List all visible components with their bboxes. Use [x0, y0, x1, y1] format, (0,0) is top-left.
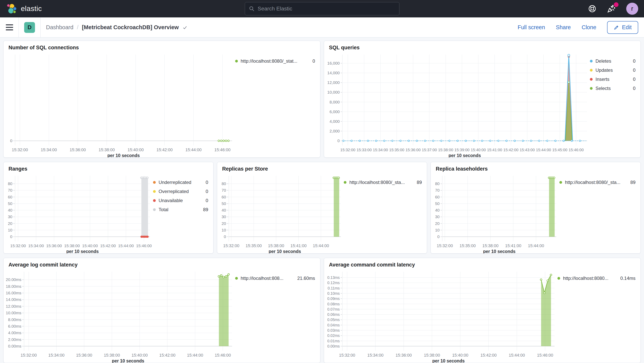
legend-item[interactable]: http://localhost:8080/_stat...0: [235, 58, 315, 64]
elastic-logo: [6, 3, 18, 15]
breadcrumb-dashboard[interactable]: Dashboard: [46, 24, 74, 31]
legend-item[interactable]: Inserts0: [590, 77, 636, 82]
svg-text:20: 20: [222, 221, 226, 226]
legend-value: 21.60ms: [297, 276, 315, 281]
svg-text:15:35:00: 15:35:00: [246, 243, 262, 248]
svg-text:15:38:00: 15:38:00: [424, 353, 440, 357]
panel-ranges: Ranges 0102030405060708015:32:0015:34:00…: [3, 162, 214, 253]
svg-text:12.00ms: 12.00ms: [6, 304, 22, 308]
svg-text:15:32:00: 15:32:00: [10, 243, 26, 248]
edit-button[interactable]: Edit: [607, 21, 638, 34]
legend-label: Inserts: [596, 77, 610, 82]
svg-text:10: 10: [8, 228, 12, 232]
svg-text:per 10 seconds: per 10 seconds: [66, 249, 98, 253]
chart-sql-queries: 02,0004,0006,0008,00010,00012,00014,0001…: [324, 51, 590, 157]
notification-dot: [614, 2, 618, 7]
legend-item[interactable]: Updates0: [590, 68, 636, 73]
menu-icon[interactable]: [6, 24, 13, 30]
svg-text:14.00ms: 14.00ms: [6, 297, 22, 302]
legend-item[interactable]: Total89: [153, 207, 208, 212]
brand-text: elastic: [21, 5, 42, 13]
full-screen-button[interactable]: Full screen: [518, 24, 545, 31]
svg-text:4.00ms: 4.00ms: [8, 330, 22, 335]
legend-item[interactable]: http://localhost:808...21.60ms: [235, 276, 315, 281]
legend-item[interactable]: Overreplicated0: [153, 189, 208, 194]
legend-item[interactable]: http://localhost:8080/_sta...89: [344, 180, 422, 185]
svg-text:20: 20: [435, 221, 440, 226]
chart-number-of-sql-connections: 015:32:0015:34:0015:36:0015:38:0015:40:0…: [4, 51, 235, 157]
legend-item[interactable]: Deletes0: [590, 58, 636, 64]
legend-item[interactable]: http://localhost:8080/_sta...89: [559, 180, 636, 185]
svg-text:0.05ms: 0.05ms: [327, 317, 340, 322]
svg-text:15:34:00: 15:34:00: [48, 353, 64, 357]
svg-text:15:37:00: 15:37:00: [422, 148, 437, 152]
svg-text:30: 30: [222, 214, 226, 219]
legend-value: 0: [206, 189, 208, 194]
svg-text:70: 70: [8, 188, 12, 192]
svg-text:0.10ms: 0.10ms: [327, 291, 340, 295]
divider: [18, 18, 19, 38]
clone-button[interactable]: Clone: [582, 24, 596, 31]
svg-text:16.00ms: 16.00ms: [6, 291, 22, 295]
svg-text:15:41:00: 15:41:00: [487, 148, 502, 152]
space-badge[interactable]: D: [24, 22, 35, 33]
chart-replicas-per-store: 0102030405060708015:32:0015:35:0015:38:0…: [217, 172, 344, 253]
svg-text:15:44:00: 15:44:00: [528, 243, 544, 248]
legend-value: 0: [312, 58, 315, 64]
legend-item[interactable]: Unavailable0: [153, 198, 208, 203]
edit-label: Edit: [622, 24, 632, 31]
svg-text:15:44:00: 15:44:00: [313, 243, 329, 248]
legend-value: 89: [417, 180, 422, 185]
page-title[interactable]: [Metricbeat CockroachDB] Overview: [82, 24, 179, 31]
legend-value: 0: [633, 68, 636, 73]
legend-item[interactable]: Selects0: [590, 86, 636, 91]
pencil-icon: [614, 25, 619, 30]
svg-text:60: 60: [222, 195, 226, 199]
svg-text:15:38:00: 15:38:00: [64, 243, 80, 248]
global-search[interactable]: [245, 2, 400, 15]
svg-text:14,000: 14,000: [327, 71, 340, 75]
svg-text:8.00ms: 8.00ms: [8, 317, 22, 322]
user-avatar[interactable]: r: [626, 3, 638, 15]
panel-title: Average log commit latency: [4, 258, 320, 268]
svg-text:10: 10: [435, 228, 440, 232]
svg-text:30: 30: [8, 214, 12, 219]
legend-item[interactable]: Underreplicated0: [153, 180, 208, 185]
legend-item[interactable]: http://localhost:8080...0.14ms: [558, 276, 636, 281]
svg-text:6,000: 6,000: [330, 110, 340, 114]
svg-text:10,000: 10,000: [327, 90, 340, 94]
svg-text:15:32:00: 15:32:00: [339, 353, 355, 357]
svg-text:15:42:00: 15:42:00: [100, 243, 116, 248]
svg-text:2,000: 2,000: [330, 129, 340, 133]
svg-text:15:46:00: 15:46:00: [537, 353, 553, 357]
svg-text:70: 70: [435, 188, 440, 192]
legend-value: 0: [633, 58, 636, 64]
svg-text:0.08ms: 0.08ms: [327, 302, 340, 306]
svg-text:15:36:00: 15:36:00: [70, 148, 86, 152]
svg-text:16,000: 16,000: [327, 61, 340, 65]
legend-dot: [153, 208, 156, 211]
svg-text:20: 20: [8, 221, 12, 226]
legend-label: Underreplicated: [159, 180, 191, 185]
svg-text:15:38:00: 15:38:00: [438, 148, 453, 152]
search-input[interactable]: [258, 6, 395, 12]
svg-text:15:39:00: 15:39:00: [454, 148, 469, 152]
help-icon[interactable]: [588, 5, 596, 13]
svg-text:0.00ms: 0.00ms: [327, 344, 340, 348]
svg-text:15:44:00: 15:44:00: [186, 148, 202, 152]
svg-text:15:46:00: 15:46:00: [215, 353, 231, 357]
news-icon[interactable]: [607, 4, 616, 13]
svg-text:15:32:00: 15:32:00: [21, 353, 37, 357]
svg-text:6.00ms: 6.00ms: [8, 324, 22, 328]
svg-text:0: 0: [10, 234, 12, 239]
share-button[interactable]: Share: [556, 24, 571, 31]
elastic-brand[interactable]: elastic: [6, 3, 42, 15]
legend-dot: [590, 69, 592, 72]
legend-value: 89: [203, 207, 208, 212]
svg-text:8,000: 8,000: [330, 100, 340, 104]
legend-dot: [590, 78, 592, 81]
legend-value: 0.14ms: [620, 276, 636, 281]
svg-text:15:42:00: 15:42:00: [503, 148, 518, 152]
svg-text:15:35:00: 15:35:00: [460, 243, 476, 248]
svg-text:15:46:00: 15:46:00: [214, 148, 230, 152]
